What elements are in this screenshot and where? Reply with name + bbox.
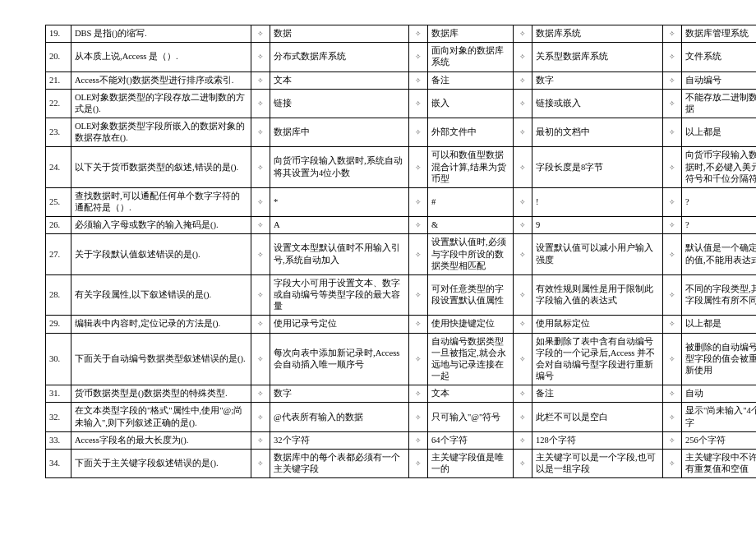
option-a: 使用记录号定位 [270,316,409,333]
diamond-marker: ✧ [514,449,532,477]
option-a: 链接 [270,89,409,118]
option-d: ? [682,187,757,216]
option-d: 数据库管理系统 [682,25,757,43]
option-c: 主关键字可以是一个字段,也可以是一组字段 [532,449,663,477]
diamond-marker: ✧ [409,449,428,477]
option-b: 64个字符 [428,431,514,449]
option-c: 字段长度是8字节 [532,147,663,188]
table-row: 20.从本质上说,Access 是（）.✧分布式数据库系统✧面向对象的数据库系统… [46,43,757,71]
diamond-marker: ✧ [663,234,682,275]
option-d: 向货币字段输入数据时,不必键入美元符号和千位分隔符 [682,147,757,188]
option-b: & [428,217,514,234]
diamond-marker: ✧ [514,25,532,43]
option-c: 数据库系统 [532,25,663,43]
question-text: 下面关于主关键字段叙述错误的是(). [71,449,251,477]
diamond-marker: ✧ [409,385,428,403]
diamond-marker: ✧ [409,217,428,234]
diamond-marker: ✧ [409,333,428,385]
diamond-marker: ✧ [251,217,270,234]
diamond-marker: ✧ [409,274,428,316]
option-a: 32个字符 [270,431,409,449]
diamond-marker: ✧ [663,449,682,477]
diamond-marker: ✧ [514,274,532,316]
question-text: 必须输入字母或数字的输入掩码是(). [71,217,251,234]
option-c: 链接或嵌入 [532,89,663,118]
table-row: 26.必须输入字母或数字的输入掩码是().✧A✧&✧9✧?A [46,217,757,234]
diamond-marker: ✧ [409,89,428,118]
option-b: 文本 [428,385,514,403]
row-number: 32. [46,403,71,431]
diamond-marker: ✧ [514,89,532,118]
table-row: 21.Access不能对()数据类型进行排序或索引.✧文本✧备注✧数字✧自动编号… [46,71,757,89]
question-text: 下面关于自动编号数据类型叙述错误的是(). [71,333,251,385]
option-a: 向货币字段输入数据时,系统自动将其设置为4位小数 [270,147,409,188]
option-a: @代表所有输入的数据 [270,403,409,431]
row-number: 27. [46,234,71,275]
option-a: 设置文本型默认值时不用输入引号,系统自动加入 [270,234,409,275]
question-text: OLE对象数据类型的字段存放二进制数的方式是(). [71,89,251,118]
row-number: 20. [46,43,71,71]
option-c: 数字 [532,71,663,89]
diamond-marker: ✧ [663,187,682,216]
question-text: 编辑表中内容时,定位记录的方法是(). [71,316,251,333]
option-b: 可以和数值型数据混合计算,结果为货币型 [428,147,514,188]
option-c: 有效性规则属性是用于限制此字段输入值的表达式 [532,274,663,316]
diamond-marker: ✧ [409,25,428,43]
option-b: 设置默认值时,必须与字段中所设的数据类型相匹配 [428,234,514,275]
option-b: 自动编号数据类型一旦被指定,就会永远地与记录连接在一起 [428,333,514,385]
option-d: 自动 [682,385,757,403]
diamond-marker: ✧ [514,147,532,188]
table-body: 19.DBS 是指()的缩写.✧数据✧数据库✧数据库系统✧数据库管理系统C20.… [46,25,757,478]
option-b: 外部文件中 [428,118,514,147]
diamond-marker: ✧ [663,25,682,43]
row-number: 25. [46,187,71,216]
diamond-marker: ✧ [514,43,532,71]
diamond-marker: ✧ [514,234,532,275]
option-b: 主关键字段值是唯一的 [428,449,514,477]
option-a: 数据库中 [270,118,409,147]
option-d: 显示"尚未输入"4个字 [682,403,757,431]
diamond-marker: ✧ [514,71,532,89]
diamond-marker: ✧ [663,385,682,403]
diamond-marker: ✧ [409,43,428,71]
table-row: 25.查找数据时,可以通配任何单个数字字符的通配符是（）.✧*✧#✧!✧?B [46,187,757,216]
diamond-marker: ✧ [409,316,428,333]
question-text: OLE对象数据类型字段所嵌入的数据对象的数据存放在(). [71,118,251,147]
diamond-marker: ✧ [663,147,682,188]
row-number: 28. [46,274,71,316]
diamond-marker: ✧ [663,71,682,89]
row-number: 23. [46,118,71,147]
question-text: 货币数据类型是()数据类型的特殊类型. [71,385,251,403]
diamond-marker: ✧ [251,118,270,147]
option-c: 9 [532,217,663,234]
table-row: 34.下面关于主关键字段叙述错误的是().✧数据库中的每个表都必须有一个主关键字… [46,449,757,477]
row-number: 31. [46,385,71,403]
diamond-marker: ✧ [514,187,532,216]
option-b: 可对任意类型的字段设置默认值属性 [428,274,514,316]
option-c: 如果删除了表中含有自动编号字段的一个记录后,Access 并不会对自动编号型字段… [532,333,663,385]
diamond-marker: ✧ [663,274,682,316]
diamond-marker: ✧ [663,431,682,449]
table-row: 24.以下关于货币数据类型的叙述,错误的是().✧向货币字段输入数据时,系统自动… [46,147,757,188]
option-b: 使用快捷键定位 [428,316,514,333]
diamond-marker: ✧ [251,431,270,449]
diamond-marker: ✧ [251,25,270,43]
diamond-marker: ✧ [663,118,682,147]
diamond-marker: ✧ [663,217,682,234]
option-a: 数据库中的每个表都必须有一个主关键字段 [270,449,409,477]
option-a: 字段大小可用于设置文本、数字或自动编号等类型字段的最大容量 [270,274,409,316]
option-d: 256个字符 [682,431,757,449]
question-text: 从本质上说,Access 是（）. [71,43,251,71]
question-text: 有关字段属性,以下叙述错误的是(). [71,274,251,316]
question-table: 19.DBS 是指()的缩写.✧数据✧数据库✧数据库系统✧数据库管理系统C20.… [45,25,756,478]
diamond-marker: ✧ [251,316,270,333]
table-row: 30.下面关于自动编号数据类型叙述错误的是().✧每次向表中添加新记录时,Acc… [46,333,757,385]
diamond-marker: ✧ [251,43,270,71]
diamond-marker: ✧ [514,316,532,333]
diamond-marker: ✧ [409,118,428,147]
question-text: Access字段名的最大长度为(). [71,431,251,449]
option-d: 被删除的自动编号型字段的值会被重新使用 [682,333,757,385]
diamond-marker: ✧ [663,403,682,431]
table-row: 23.OLE对象数据类型字段所嵌入的数据对象的数据存放在().✧数据库中✧外部文… [46,118,757,147]
row-number: 33. [46,431,71,449]
